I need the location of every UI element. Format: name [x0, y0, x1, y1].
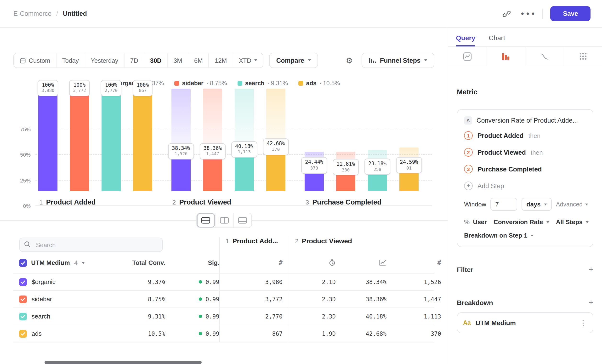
- funnel-bar[interactable]: 24.44%373: [305, 89, 324, 191]
- step2-time-header[interactable]: [289, 252, 336, 273]
- range-3m[interactable]: 3M: [167, 53, 188, 67]
- funnel-bar[interactable]: 38.36%1,447: [203, 89, 222, 191]
- query-panel: Query Chart: [448, 28, 602, 364]
- add-breakdown-button[interactable]: +: [589, 298, 593, 307]
- funnel-bar[interactable]: 22.81%330: [336, 89, 355, 191]
- range-today[interactable]: Today: [56, 53, 85, 67]
- range-xtd[interactable]: XTD: [233, 53, 263, 67]
- metric-badge: A: [464, 116, 472, 125]
- range-7d[interactable]: 7D: [124, 53, 144, 67]
- row-name: sidebar: [32, 296, 52, 303]
- row-checkbox[interactable]: [19, 278, 27, 286]
- advanced-toggle[interactable]: Advanced: [556, 201, 588, 208]
- window-unit-select[interactable]: days: [522, 198, 552, 211]
- kebab-menu-icon[interactable]: ⋮: [580, 319, 587, 327]
- date-range-group: CustomTodayYesterday7D30D3M6M12MXTD: [13, 53, 263, 68]
- advanced-label: Advanced: [556, 201, 583, 208]
- row-checkbox[interactable]: [19, 312, 27, 320]
- tab-flows[interactable]: [563, 47, 602, 66]
- compare-button[interactable]: Compare: [269, 53, 318, 68]
- table-header-row: UTM Medium 4 Total Conv. Sig. #: [13, 252, 434, 273]
- legend-item[interactable]: sidebar· 8.75%: [175, 80, 227, 87]
- tab-insights[interactable]: [448, 47, 486, 66]
- bar-segment: [70, 89, 89, 191]
- percent-icon: %: [464, 218, 470, 225]
- bar-value-label: 40.18%1,113: [231, 141, 257, 158]
- chart-type-button[interactable]: Funnel Steps: [362, 53, 434, 68]
- view-split-horizontal-button[interactable]: [197, 213, 215, 227]
- funnel-bar[interactable]: 42.68%370: [266, 89, 285, 191]
- funnel-bar[interactable]: 40.18%1,113: [235, 89, 254, 191]
- range-custom[interactable]: Custom: [14, 53, 56, 67]
- tab-chart[interactable]: Chart: [489, 34, 505, 46]
- total-conv-header[interactable]: Total Conv.: [115, 252, 165, 273]
- share-link-button[interactable]: [500, 7, 514, 20]
- y-tick-25: 25%: [20, 177, 31, 183]
- group-step-name: Product Add...: [232, 237, 278, 245]
- measure-scope-select[interactable]: All Steps: [556, 218, 583, 225]
- plot-area: 100%3,980100%3,772100%2,770100%867 1 Pro…: [35, 103, 432, 206]
- step2-count-header[interactable]: #: [387, 252, 441, 273]
- measure-type-select[interactable]: Conversion Rate: [494, 218, 543, 225]
- window-value-input[interactable]: [491, 198, 517, 211]
- range-6m[interactable]: 6M: [188, 53, 209, 67]
- funnel-bar[interactable]: 100%3,772: [70, 89, 89, 191]
- funnel-chart: 75% 50% 25% 0% 100%3,980100%3,772100%2,7…: [13, 103, 432, 206]
- funnel-bar[interactable]: 100%3,980: [38, 89, 57, 191]
- breakdown-column-header[interactable]: UTM Medium 4: [13, 252, 115, 273]
- view-bottom-panel-button[interactable]: [233, 213, 251, 227]
- breakdown-section: Breakdown +: [457, 298, 593, 307]
- funnel-step-group-1: 100%3,980100%3,772100%2,770100%867 1 Pro…: [38, 89, 152, 206]
- row-checkbox[interactable]: [19, 330, 27, 337]
- bar-count: 1,113: [235, 150, 253, 155]
- row-checkbox[interactable]: [19, 295, 27, 303]
- funnel-bar[interactable]: 100%2,770: [102, 89, 121, 191]
- funnel-bar[interactable]: 38.34%1,526: [172, 89, 191, 191]
- funnel-bar[interactable]: 24.59%91: [399, 89, 419, 191]
- range-30d[interactable]: 30D: [144, 53, 167, 67]
- add-step-row[interactable]: + Add Step: [464, 180, 586, 192]
- legend-item[interactable]: ads· 10.5%: [299, 80, 340, 87]
- metric-title-row[interactable]: A Conversion Rate of Product Adde...: [464, 116, 586, 125]
- legend-swatch: [299, 81, 303, 86]
- funnel-bar[interactable]: 100%867: [133, 89, 152, 191]
- table-row[interactable]: ads10.5%0.998671.9D42.68%370: [13, 325, 434, 343]
- clock-icon: [329, 259, 336, 266]
- view-split-vertical-button[interactable]: [215, 213, 233, 227]
- funnel-step-group-3: 24.44%37322.81%33023.18%25824.59%91 3 Pu…: [305, 89, 419, 206]
- step1-count-header[interactable]: #: [219, 252, 289, 273]
- chart-settings-button[interactable]: ⚙: [343, 54, 356, 67]
- measure-entity[interactable]: User: [473, 218, 487, 225]
- check-icon: [21, 332, 25, 335]
- funnel-step-row-2[interactable]: 2 Product Viewed then: [464, 147, 586, 158]
- breakdown-item-card[interactable]: Aa UTM Medium ⋮: [457, 312, 593, 333]
- table-row[interactable]: search9.31%0.992,7702.3D40.18%1,113: [13, 308, 434, 325]
- funnel-step-row-1[interactable]: 1 Product Added then: [464, 130, 586, 141]
- range-yesterday[interactable]: Yesterday: [85, 53, 124, 67]
- group-step-number: 2: [295, 237, 298, 245]
- legend-item[interactable]: search· 9.31%: [237, 80, 288, 87]
- breadcrumb-current[interactable]: Untitled: [63, 10, 87, 17]
- funnel-step-row-3[interactable]: 3 Purchase Completed: [464, 163, 586, 175]
- table-group-step1: 1 Product Add...: [219, 237, 289, 252]
- more-options-button[interactable]: •••: [521, 7, 535, 20]
- tab-funnels[interactable]: [486, 47, 525, 66]
- table-row[interactable]: $organic9.37%0.993,9802.1D38.34%1,526: [13, 273, 434, 291]
- sig-cell: 0.99: [165, 325, 219, 342]
- table-row[interactable]: sidebar8.75%0.993,7722.3D38.36%1,447: [13, 291, 434, 308]
- step2-rate-header[interactable]: [336, 252, 387, 273]
- search-input[interactable]: [19, 237, 163, 252]
- breadcrumb-root[interactable]: E-Commerce: [13, 10, 52, 17]
- select-all-checkbox[interactable]: [19, 259, 27, 267]
- row-name-cell: ads: [13, 325, 115, 342]
- save-button[interactable]: Save: [550, 6, 591, 21]
- range-12m[interactable]: 12M: [209, 53, 233, 67]
- tab-query[interactable]: Query: [456, 34, 475, 46]
- horizontal-scrollbar-thumb[interactable]: [44, 361, 202, 364]
- breakdown-on-row[interactable]: Breakdown on Step 1: [464, 232, 586, 239]
- sig-header[interactable]: Sig.: [165, 252, 219, 273]
- funnel-bar[interactable]: 23.18%258: [368, 89, 387, 191]
- tab-retention[interactable]: [525, 47, 563, 66]
- header-divider: [542, 8, 543, 19]
- add-filter-button[interactable]: +: [589, 265, 593, 273]
